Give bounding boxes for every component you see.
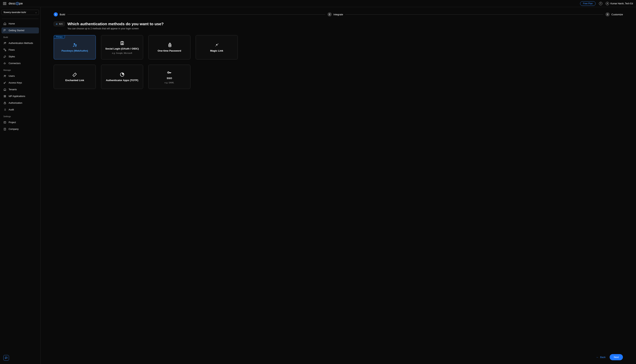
puzzle-icon [3, 62, 6, 65]
user-avatar-icon [606, 2, 609, 5]
card-enchanted-link[interactable]: Enchanted Link [54, 65, 96, 89]
card-otp[interactable]: One-time Password [148, 35, 190, 60]
sidebar-section-settings: Settings [2, 114, 39, 119]
svg-rect-13 [6, 96, 6, 96]
svg-rect-9 [5, 95, 5, 96]
svg-point-2 [6, 42, 6, 43]
card-title: Authenticator Apps (TOTP) [106, 79, 138, 82]
card-totp[interactable]: Authenticator Apps (TOTP) [101, 65, 143, 89]
step-customize[interactable]: 3 Customize [605, 12, 623, 16]
user-menu[interactable]: Kumar Harsh, Tech Ed [606, 2, 633, 5]
sidebar-item-flows[interactable]: Flows [2, 47, 39, 53]
back-button[interactable]: ← Back [596, 356, 605, 358]
sidebar-item-label: Users [9, 75, 15, 77]
flag-icon [3, 29, 6, 32]
timelapse-icon [120, 72, 125, 77]
card-title: Social Login (OAuth / OIDC) [105, 47, 139, 50]
sidebar-item-label: Getting Started [9, 29, 24, 32]
svg-rect-26 [121, 41, 123, 42]
help-icon[interactable]: ? [599, 2, 602, 5]
sidebar-section-manage: Manage [2, 67, 39, 72]
next-button[interactable]: Next [610, 354, 623, 360]
sidebar-item-home[interactable]: Home [2, 21, 39, 27]
card-social-login[interactable]: Social Login (OAuth / OIDC) e.g. Google,… [101, 35, 143, 60]
project-selector[interactable]: flowery-lavender-bohr ⌄ [2, 10, 39, 15]
sidebar-item-idp-apps[interactable]: IdP Applications [2, 93, 39, 99]
svg-rect-3 [4, 49, 5, 50]
card-title: SSO [167, 77, 172, 80]
svg-rect-15 [5, 97, 5, 97]
svg-point-5 [4, 75, 5, 76]
sidebar-item-label: Access Keys [9, 82, 22, 84]
card-title: Magic Link [210, 49, 223, 52]
sidebar-item-authorization[interactable]: Authorization [2, 100, 39, 106]
chat-support-button[interactable]: (•) [3, 355, 9, 361]
key-icon [3, 81, 6, 84]
key-horizontal-icon [167, 70, 172, 75]
svg-rect-18 [4, 122, 6, 123]
folder-icon [3, 121, 6, 124]
sidebar-item-label: Company [9, 128, 19, 130]
card-title: Passkeys (WebAuthn) [62, 49, 88, 52]
card-title: Enchanted Link [65, 79, 84, 82]
svg-rect-12 [5, 96, 5, 96]
sidebar-item-label: Audit [9, 108, 14, 111]
step-integrate[interactable]: 2 Integrate [328, 12, 343, 16]
svg-point-22 [57, 23, 58, 24]
shield-user-icon [3, 42, 6, 45]
primary-badge: Primary [54, 35, 65, 39]
sidebar: flowery-lavender-bohr ⌄ Home Getting Sta… [0, 7, 41, 364]
page-subtitle: You can choose up to 2 methods that will… [67, 27, 164, 30]
svg-point-24 [75, 44, 76, 46]
wizard-footer: ← Back Next [596, 354, 623, 360]
people-icon [55, 22, 58, 25]
svg-point-0 [607, 3, 607, 3]
svg-rect-11 [4, 96, 5, 96]
sidebar-item-access-keys[interactable]: Access Keys [2, 80, 39, 86]
menu-toggle[interactable] [3, 2, 6, 5]
sidebar-item-label: IdP Applications [9, 95, 25, 98]
sidebar-item-project[interactable]: Project [2, 120, 39, 126]
sidebar-item-label: Authorization [9, 102, 22, 104]
sidebar-item-connectors[interactable]: Connectors [2, 60, 39, 66]
sidebar-item-label: Authentication Methods [9, 42, 33, 44]
sidebar-item-tenants[interactable]: Tenants [2, 86, 39, 92]
arrow-left-icon: ← [596, 356, 598, 358]
sidebar-item-getting-started[interactable]: Getting Started [2, 28, 39, 34]
step-build[interactable]: 1 Build [54, 12, 65, 16]
svg-point-23 [74, 43, 75, 45]
sidebar-item-label: Flows [9, 48, 15, 51]
svg-rect-19 [4, 128, 6, 130]
office-icon [3, 128, 6, 130]
logo: descpe [9, 2, 23, 6]
sidebar-item-styles[interactable]: Styles [2, 54, 39, 60]
flow-icon [3, 48, 6, 52]
project-name-label: flowery-lavender-bohr [4, 11, 26, 14]
building-icon [3, 88, 6, 91]
svg-point-27 [122, 42, 123, 43]
user-name-label: Kumar Harsh, Tech Ed [610, 2, 633, 5]
svg-point-7 [4, 82, 5, 84]
main-content: 1 Build 2 Integrate 3 Customize [41, 7, 636, 364]
sidebar-item-label: Tenants [9, 88, 17, 91]
lock-icon [3, 102, 6, 104]
sidebar-item-company[interactable]: Company [2, 126, 39, 132]
grid-apps-icon [3, 95, 6, 98]
sidebar-item-audit[interactable]: Audit [2, 107, 39, 113]
card-passkeys[interactable]: Primary Passkeys (WebAuthn) [54, 35, 96, 60]
chevron-down-icon: ⌄ [35, 11, 37, 14]
wizard-stepper: 1 Build 2 Integrate 3 Customize [54, 12, 623, 16]
id-badge-icon [120, 40, 125, 46]
sidebar-item-users[interactable]: Users [2, 73, 39, 79]
free-plan-button[interactable]: Free Plan [580, 1, 595, 6]
svg-rect-8 [4, 95, 5, 96]
card-magic-link[interactable]: Magic Link [196, 35, 238, 60]
sidebar-item-auth-methods[interactable]: Authentication Methods [2, 40, 39, 46]
svg-rect-16 [6, 97, 6, 97]
card-subtitle: e.g. Google, Microsoft [112, 52, 132, 54]
auth-methods-grid: Primary Passkeys (WebAuthn) Social Login… [54, 35, 623, 89]
wand-icon [72, 72, 77, 77]
svg-point-1 [4, 42, 5, 43]
svg-text:(•): (•) [6, 357, 7, 358]
card-sso[interactable]: SSO e.g. SAML [148, 65, 190, 89]
